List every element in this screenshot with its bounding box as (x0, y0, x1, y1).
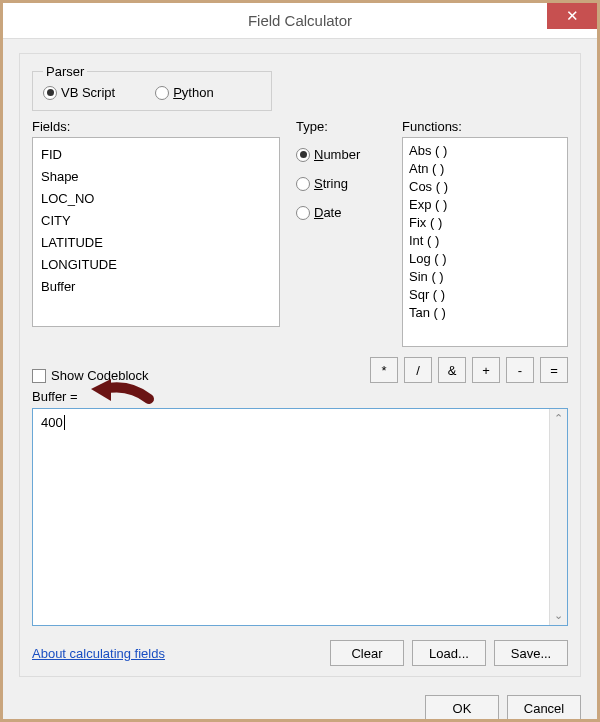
load-button[interactable]: Load... (412, 640, 486, 666)
list-item[interactable]: Fix ( ) (409, 214, 561, 232)
fields-listbox[interactable]: FID Shape LOC_NO CITY LATITUDE LONGITUDE… (32, 137, 280, 327)
radio-icon (43, 86, 57, 100)
clear-button[interactable]: Clear (330, 640, 404, 666)
ok-button[interactable]: OK (425, 695, 499, 721)
content-area: Parser VB Script Python Fields: FID Shap… (3, 39, 597, 689)
save-button[interactable]: Save... (494, 640, 568, 666)
fields-column: Fields: FID Shape LOC_NO CITY LATITUDE L… (32, 119, 280, 347)
list-item[interactable]: LOC_NO (41, 188, 271, 210)
scrollbar[interactable]: ⌃ ⌄ (549, 409, 567, 625)
list-item[interactable]: Buffer (41, 276, 271, 298)
date-label: Date (314, 205, 341, 220)
string-label: String (314, 176, 348, 191)
list-item[interactable]: Sin ( ) (409, 268, 561, 286)
type-date-option[interactable]: Date (296, 205, 386, 220)
op-equals-button[interactable]: = (540, 357, 568, 383)
type-column: Type: Number String Date (296, 119, 386, 347)
functions-column: Functions: Abs ( ) Atn ( ) Cos ( ) Exp (… (402, 119, 568, 347)
scroll-up-icon[interactable]: ⌃ (552, 412, 564, 425)
action-row: About calculating fields Clear Load... S… (32, 640, 568, 666)
type-options: Number String Date (296, 137, 386, 220)
number-label: Number (314, 147, 360, 162)
functions-label: Functions: (402, 119, 568, 134)
list-item[interactable]: LATITUDE (41, 232, 271, 254)
list-item[interactable]: Abs ( ) (409, 142, 561, 160)
parser-options: VB Script Python (43, 85, 261, 100)
list-item[interactable]: Sqr ( ) (409, 286, 561, 304)
expression-textarea[interactable]: 400 ⌃ ⌄ (32, 408, 568, 626)
list-item[interactable]: Cos ( ) (409, 178, 561, 196)
about-link[interactable]: About calculating fields (32, 646, 165, 661)
type-string-option[interactable]: String (296, 176, 386, 191)
list-item[interactable]: FID (41, 144, 271, 166)
dialog-buttons: OK Cancel (3, 689, 597, 722)
list-item[interactable]: Shape (41, 166, 271, 188)
type-number-option[interactable]: Number (296, 147, 386, 162)
inner-panel: Parser VB Script Python Fields: FID Shap… (19, 53, 581, 677)
parser-group: Parser VB Script Python (32, 64, 272, 111)
list-item[interactable]: Int ( ) (409, 232, 561, 250)
expression-label: Buffer = (32, 389, 568, 404)
list-item[interactable]: LONGITUDE (41, 254, 271, 276)
functions-listbox[interactable]: Abs ( ) Atn ( ) Cos ( ) Exp ( ) Fix ( ) … (402, 137, 568, 347)
list-item[interactable]: Exp ( ) (409, 196, 561, 214)
list-item[interactable]: CITY (41, 210, 271, 232)
parser-vbscript-option[interactable]: VB Script (43, 85, 115, 100)
list-item[interactable]: Log ( ) (409, 250, 561, 268)
op-multiply-button[interactable]: * (370, 357, 398, 383)
codeblock-label: Show Codeblock (51, 368, 149, 383)
op-minus-button[interactable]: - (506, 357, 534, 383)
titlebar: Field Calculator ✕ (3, 3, 597, 39)
list-item[interactable]: Tan ( ) (409, 304, 561, 322)
type-label: Type: (296, 119, 386, 134)
radio-icon (296, 177, 310, 191)
op-plus-button[interactable]: + (472, 357, 500, 383)
vbscript-label: VB Script (61, 85, 115, 100)
cancel-button[interactable]: Cancel (507, 695, 581, 721)
op-divide-button[interactable]: / (404, 357, 432, 383)
op-ampersand-button[interactable]: & (438, 357, 466, 383)
radio-icon (296, 206, 310, 220)
python-label: Python (173, 85, 213, 100)
parser-python-option[interactable]: Python (155, 85, 213, 100)
operators-row: * / & + - = (370, 357, 568, 383)
list-item[interactable]: Atn ( ) (409, 160, 561, 178)
window-title: Field Calculator (248, 12, 352, 29)
expression-value: 400 (41, 415, 65, 430)
codeblock-checkbox[interactable] (32, 369, 46, 383)
close-icon: ✕ (566, 7, 579, 25)
scroll-down-icon[interactable]: ⌄ (552, 609, 564, 622)
radio-icon (155, 86, 169, 100)
codeblock-row: Show Codeblock (32, 368, 370, 383)
parser-legend: Parser (43, 64, 87, 79)
close-button[interactable]: ✕ (547, 3, 597, 29)
fields-label: Fields: (32, 119, 280, 134)
middle-row: Fields: FID Shape LOC_NO CITY LATITUDE L… (32, 119, 568, 347)
radio-icon (296, 148, 310, 162)
